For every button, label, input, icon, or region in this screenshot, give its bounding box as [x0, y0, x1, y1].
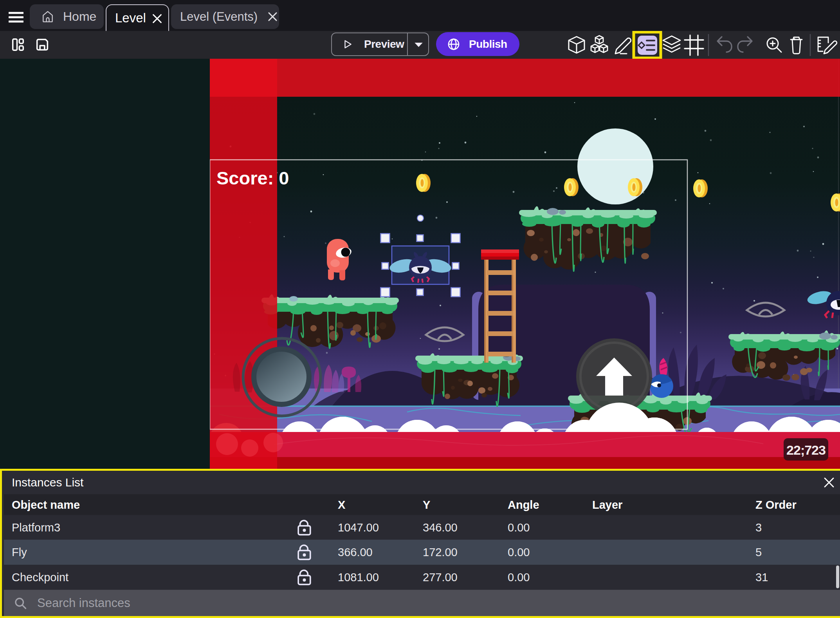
svg-text:Score: 0: Score: 0 — [216, 168, 289, 188]
svg-text:22;723: 22;723 — [786, 443, 826, 457]
